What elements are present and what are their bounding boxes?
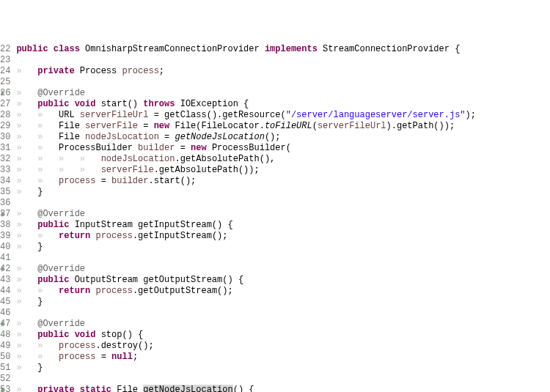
code-line[interactable] <box>16 253 550 264</box>
code-line[interactable]: public class OmnisharpStreamConnectionPr… <box>16 44 550 55</box>
whitespace-marker: » <box>37 132 59 142</box>
code-line[interactable]: » @Override <box>16 264 550 275</box>
line-number: 48 <box>0 330 10 341</box>
line-number: 32 <box>0 154 10 165</box>
code-line[interactable]: » } <box>16 242 550 253</box>
code-line[interactable]: » » process = builder.start(); <box>16 176 550 187</box>
code-token: public <box>16 44 53 54</box>
code-line[interactable]: » public OutputStream getOutputStream() … <box>16 275 550 286</box>
code-line[interactable]: » public void start() throws IOException… <box>16 99 550 110</box>
code-line[interactable]: » » ProcessBuilder builder = new Process… <box>16 143 550 154</box>
code-token: ; <box>159 66 164 76</box>
code-line[interactable]: » » File serverFile = new File(FileLocat… <box>16 121 550 132</box>
code-token: = <box>95 176 111 186</box>
whitespace-marker: » <box>16 286 37 296</box>
line-number: 40 <box>0 242 10 253</box>
whitespace-marker: » <box>37 165 59 175</box>
whitespace-marker: » <box>59 165 80 175</box>
code-line[interactable]: » } <box>16 297 550 308</box>
code-token: toFileURL <box>265 121 312 131</box>
whitespace-marker: » <box>16 297 37 307</box>
code-area[interactable]: public class OmnisharpStreamConnectionPr… <box>15 44 550 392</box>
code-token: serverFile <box>101 165 154 175</box>
line-number-gutter: 2223242526272829303132333435363738394041… <box>0 44 15 392</box>
whitespace-marker: » <box>37 352 59 362</box>
code-line[interactable] <box>16 55 550 66</box>
code-line[interactable] <box>16 374 550 385</box>
code-token: serverFileUrl <box>318 121 386 131</box>
code-line[interactable]: » » » » nodeJsLocation.getAbsolutePath()… <box>16 154 550 165</box>
whitespace-marker: » <box>37 176 59 186</box>
whitespace-marker: » <box>16 264 37 274</box>
whitespace-marker: » <box>16 99 37 109</box>
code-token: static <box>80 385 117 392</box>
code-token: OmnisharpStreamConnectionProvider <box>85 44 260 54</box>
code-token: private <box>37 385 80 392</box>
code-line[interactable]: » » return process.getInputStream(); <box>16 231 550 242</box>
code-line[interactable]: » public InputStream getInputStream() { <box>16 220 550 231</box>
code-token: serverFile <box>85 121 138 131</box>
code-line[interactable]: » @Override <box>16 88 550 99</box>
code-token: File <box>117 385 143 392</box>
code-token: StreamConnectionProvider { <box>323 44 460 54</box>
whitespace-marker: » <box>37 286 59 296</box>
code-line[interactable]: » private Process process; <box>16 66 550 77</box>
code-token: new <box>191 143 212 153</box>
code-token: (); <box>265 132 281 142</box>
line-number: 25 <box>0 77 10 88</box>
whitespace-marker: » <box>37 231 59 241</box>
code-line[interactable]: » } <box>16 187 550 198</box>
code-line[interactable]: » @Override <box>16 209 550 220</box>
code-token: throws <box>143 99 180 109</box>
code-line[interactable]: » } <box>16 363 550 374</box>
code-line[interactable] <box>16 308 550 319</box>
code-line[interactable] <box>16 77 550 88</box>
code-token: process <box>122 66 158 76</box>
code-token: builder <box>138 143 175 153</box>
code-line[interactable]: » public void stop() { <box>16 330 550 341</box>
code-editor[interactable]: 2223242526272829303132333435363738394041… <box>0 44 550 392</box>
code-token: } <box>37 363 43 373</box>
code-line[interactable]: » » return process.getOutputStream(); <box>16 286 550 297</box>
code-line[interactable]: » » process.destroy(); <box>16 341 550 352</box>
code-token: process <box>59 341 95 351</box>
code-line[interactable]: » » File nodeJsLocation = getNodeJsLocat… <box>16 132 550 143</box>
line-number: 27 <box>0 99 10 110</box>
code-token: Process <box>80 66 122 76</box>
code-line[interactable] <box>16 198 550 209</box>
code-token: nodeJsLocation <box>101 154 175 164</box>
code-token: implements <box>260 44 323 54</box>
line-number: 30 <box>0 132 10 143</box>
whitespace-marker: » <box>16 143 37 153</box>
whitespace-marker: » <box>16 154 37 164</box>
code-line[interactable]: » private static File getNodeJsLocation(… <box>16 385 550 392</box>
code-token: .getAbsolutePath(), <box>175 154 275 164</box>
line-number: 47 <box>0 319 10 330</box>
code-token: public <box>37 330 74 340</box>
whitespace-marker: » <box>16 176 37 186</box>
whitespace-marker: » <box>37 154 59 164</box>
code-token: private <box>37 66 80 76</box>
line-number: 44 <box>0 286 10 297</box>
whitespace-marker: » <box>37 110 59 120</box>
whitespace-marker: » <box>59 154 80 164</box>
code-token: getNodeJsLocation <box>175 132 264 142</box>
code-token: ProcessBuilder <box>59 143 138 153</box>
code-line[interactable]: » » process = null; <box>16 352 550 363</box>
code-token: serverFileUrl <box>80 110 149 120</box>
line-number: 23 <box>0 55 10 66</box>
whitespace-marker: » <box>16 209 37 219</box>
line-number: 35 <box>0 187 10 198</box>
code-token: @Override <box>37 264 85 274</box>
line-number: 26 <box>0 88 10 99</box>
whitespace-marker: » <box>37 121 59 131</box>
code-line[interactable]: » » » » serverFile.getAbsolutePath()); <box>16 165 550 176</box>
code-line[interactable]: » » URL serverFileUrl = getClass().getRe… <box>16 110 550 121</box>
whitespace-marker: » <box>16 121 37 131</box>
whitespace-marker: » <box>16 165 37 175</box>
line-number: 39 <box>0 231 10 242</box>
line-number: 43 <box>0 275 10 286</box>
code-token: File(FileLocator. <box>175 121 264 131</box>
code-line[interactable]: » @Override <box>16 319 550 330</box>
whitespace-marker: » <box>16 319 37 329</box>
